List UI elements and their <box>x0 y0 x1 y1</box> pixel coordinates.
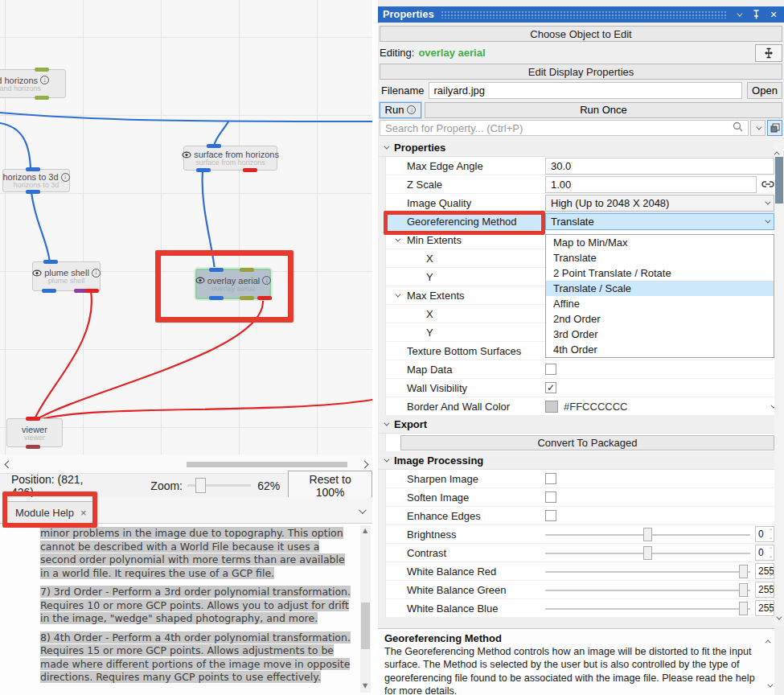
property-search-input[interactable]: Search for Property... (Ctrl+P) <box>380 120 749 136</box>
value-input[interactable]: 1.00 <box>545 176 757 193</box>
spinner[interactable]: 255⌃⌄ <box>755 582 774 598</box>
section-export[interactable]: Export <box>378 416 784 434</box>
slider-thumb[interactable] <box>739 583 748 597</box>
link-icon[interactable] <box>761 179 774 191</box>
chevron-down-icon[interactable] <box>395 291 400 297</box>
node-horizons-to-3d[interactable]: horizons to 3d↓horizons to 3d <box>2 169 70 192</box>
spinner[interactable]: 0⌃⌄ <box>755 545 774 561</box>
eye-icon[interactable] <box>32 269 42 277</box>
properties-titlebar[interactable]: Properties × <box>378 6 784 23</box>
choose-object-button[interactable]: Choose Object to Edit <box>380 26 782 42</box>
eye-icon[interactable] <box>182 151 191 158</box>
close-icon[interactable]: × <box>768 8 779 21</box>
helpbox-scroll-down-icon[interactable] <box>767 678 771 690</box>
node-surface-from-horizons[interactable]: surface from horizonssurface from horizo… <box>183 146 277 171</box>
node-graph-canvas[interactable]: g and horizons↓ing and horizonshorizons … <box>0 0 372 454</box>
scroll-up-icon[interactable]: ▲ <box>363 527 367 536</box>
properties-vertical-scrollbar[interactable] <box>774 142 784 626</box>
dropdown-option-3rd-order[interactable]: 3rd Order <box>546 327 774 342</box>
olive-port[interactable] <box>240 296 254 300</box>
panel-chevron-icon[interactable] <box>733 13 744 17</box>
checkbox[interactable]: ✓ <box>545 382 556 393</box>
dropdown-option-4th-order[interactable]: 4th Order <box>546 342 774 357</box>
red-port[interactable] <box>26 417 40 421</box>
tabstrip-chevron-icon[interactable] <box>359 504 364 516</box>
slider[interactable] <box>545 600 750 617</box>
expand-icon[interactable]: ↓ <box>262 276 271 285</box>
expand-icon[interactable]: ↓ <box>40 76 49 84</box>
scroll-right-icon[interactable] <box>356 458 372 470</box>
slider[interactable] <box>545 582 750 598</box>
tab-module-help[interactable]: Module Help × <box>6 501 96 523</box>
blue-port[interactable] <box>209 296 224 300</box>
help-scroll-thumb[interactable] <box>361 602 370 649</box>
red-port[interactable] <box>84 289 99 293</box>
color-swatch[interactable] <box>545 401 558 413</box>
blue-port[interactable] <box>196 168 211 172</box>
chevron-down-icon[interactable] <box>765 199 770 204</box>
scroll-down-icon[interactable]: ▼ <box>363 682 367 691</box>
olive-port[interactable] <box>240 268 254 272</box>
chevron-down-icon[interactable] <box>765 217 770 223</box>
blue-port[interactable] <box>42 289 56 293</box>
slider[interactable] <box>545 545 750 561</box>
spinner[interactable]: 0⌃⌄ <box>755 526 774 542</box>
eye-icon[interactable] <box>195 277 205 284</box>
dropdown-option-2-point-translate-rotate[interactable]: 2 Point Translate / Rotate <box>546 265 774 281</box>
checkbox[interactable] <box>545 473 556 484</box>
zoom-slider-thumb[interactable] <box>195 478 206 493</box>
chevron-down-icon[interactable] <box>395 236 400 241</box>
checkbox[interactable] <box>545 364 556 375</box>
filename-input[interactable]: railyard.jpg <box>429 82 742 99</box>
green-port[interactable] <box>35 68 49 72</box>
slider[interactable] <box>545 563 750 580</box>
red-port[interactable] <box>243 168 257 172</box>
convert-to-packaged-button[interactable]: Convert To Packaged <box>400 435 774 450</box>
open-file-button[interactable]: Open <box>747 82 782 99</box>
slider-thumb[interactable] <box>643 546 652 560</box>
darkred-port[interactable] <box>26 445 40 449</box>
section-image-processing[interactable]: Image Processing <box>378 452 784 470</box>
dropdown-option-translate-scale[interactable]: Translate / Scale <box>546 281 774 296</box>
scroll-down-icon[interactable] <box>776 611 780 623</box>
slider-thumb[interactable] <box>739 602 748 615</box>
dropdown-option-2nd-order[interactable]: 2nd Order <box>546 311 774 327</box>
reset-zoom-button[interactable]: Reset to 100% <box>288 471 372 501</box>
value-combo[interactable]: High (Up to 2048 X 2048) <box>545 195 774 212</box>
rename-object-button[interactable] <box>755 44 782 62</box>
scroll-left-icon[interactable] <box>0 458 16 470</box>
blue-port[interactable] <box>209 268 224 272</box>
dropdown-option-affine[interactable]: Affine <box>546 296 774 311</box>
run-button[interactable]: Run ↓ <box>380 102 421 118</box>
expand-icon[interactable]: ↓ <box>61 173 70 182</box>
properties-scroll-thumb[interactable] <box>775 157 783 204</box>
node-g-and-horizons[interactable]: g and horizons↓ing and horizons <box>0 69 66 98</box>
dropdown-option-map-to-min-max[interactable]: Map to Min/Max <box>546 235 774 250</box>
red-port[interactable] <box>257 296 272 300</box>
green-port[interactable] <box>35 96 49 100</box>
dropdown-option-translate[interactable]: Translate <box>546 250 774 265</box>
checkbox[interactable] <box>545 510 556 521</box>
node-viewer[interactable]: viewerviewer <box>6 418 63 447</box>
tab-close-icon[interactable]: × <box>80 507 87 519</box>
horizontal-scroll-thumb[interactable] <box>187 462 347 467</box>
edit-display-properties-button[interactable]: Edit Display Properties <box>380 64 782 80</box>
node-plume-shell[interactable]: plume shell↓plume shell <box>32 261 101 291</box>
node-overlay-aerial[interactable]: overlay aerial↓overlay aerial <box>195 269 271 299</box>
help-vertical-scrollbar[interactable]: ▲ ▼ <box>360 525 371 693</box>
slider[interactable] <box>545 526 750 543</box>
pin-icon[interactable] <box>750 10 761 19</box>
value-combo[interactable]: Translate <box>545 213 774 230</box>
slider-thumb[interactable] <box>643 528 652 541</box>
blue-port[interactable] <box>43 260 58 264</box>
value-input[interactable]: 30.0 <box>545 158 774 175</box>
section-properties[interactable]: Properties <box>378 139 784 157</box>
blue-port[interactable] <box>26 167 40 171</box>
checkbox[interactable] <box>545 491 556 503</box>
slider-thumb[interactable] <box>739 565 748 578</box>
zoom-slider[interactable] <box>187 484 251 487</box>
search-options-button[interactable] <box>750 120 766 136</box>
expand-collapse-all-button[interactable] <box>767 120 782 136</box>
spinner[interactable]: 255⌃⌄ <box>755 600 774 616</box>
helpbox-scroll-up-icon[interactable] <box>767 634 771 646</box>
